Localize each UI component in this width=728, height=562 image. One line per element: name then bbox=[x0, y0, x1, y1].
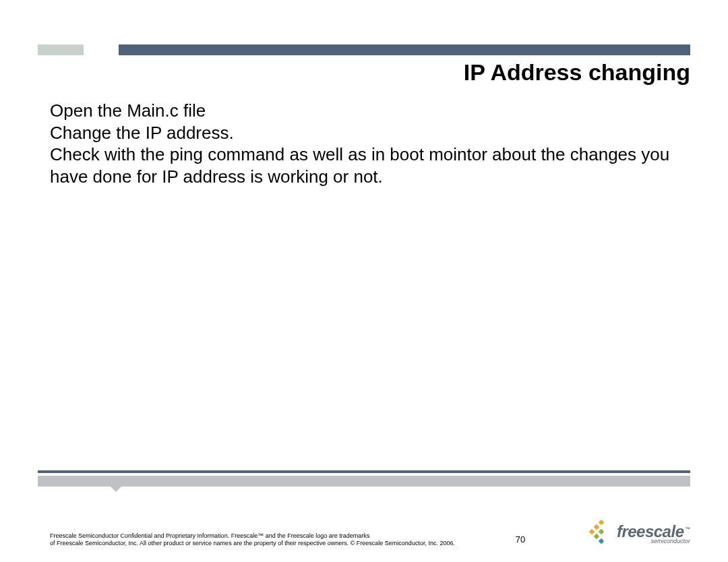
svg-rect-5 bbox=[599, 538, 604, 544]
svg-rect-2 bbox=[599, 520, 604, 525]
brand-logo: freescale™ semiconductor bbox=[586, 520, 690, 547]
brand-subtitle: semiconductor bbox=[617, 538, 690, 544]
footer: Freescale Semiconductor Confidential and… bbox=[50, 520, 690, 547]
freescale-logo-icon bbox=[586, 520, 613, 547]
svg-rect-1 bbox=[594, 524, 599, 530]
slide-body: Open the Main.c file Change the IP addre… bbox=[50, 100, 678, 187]
brand-name: freescale™ bbox=[617, 524, 690, 540]
brand-tm: ™ bbox=[685, 526, 690, 532]
slide-title: IP Address changing bbox=[464, 59, 690, 86]
brand-logo-text: freescale™ semiconductor bbox=[617, 524, 690, 544]
footer-legal-line: Freescale Semiconductor Confidential and… bbox=[50, 532, 369, 539]
footer-bar-light bbox=[38, 476, 690, 487]
svg-rect-4 bbox=[599, 529, 604, 534]
body-line: Open the Main.c file bbox=[50, 100, 678, 122]
page-number: 70 bbox=[516, 534, 525, 544]
header-bar-gap bbox=[84, 44, 119, 55]
footer-notch-icon bbox=[111, 487, 121, 492]
footer-bar-dark bbox=[38, 470, 690, 473]
svg-rect-3 bbox=[594, 534, 599, 539]
footer-legal: Freescale Semiconductor Confidential and… bbox=[50, 532, 455, 548]
header-bar-accent-light bbox=[38, 44, 84, 55]
footer-bar bbox=[38, 470, 690, 487]
body-line: Change the IP address. bbox=[50, 122, 678, 144]
body-line: Check with the ping command as well as i… bbox=[50, 144, 678, 187]
header-bar-accent-dark bbox=[119, 44, 690, 55]
footer-legal-line: of Freescale Semiconductor, Inc. All oth… bbox=[50, 540, 455, 547]
svg-rect-0 bbox=[589, 529, 595, 534]
header-bar bbox=[38, 44, 690, 55]
